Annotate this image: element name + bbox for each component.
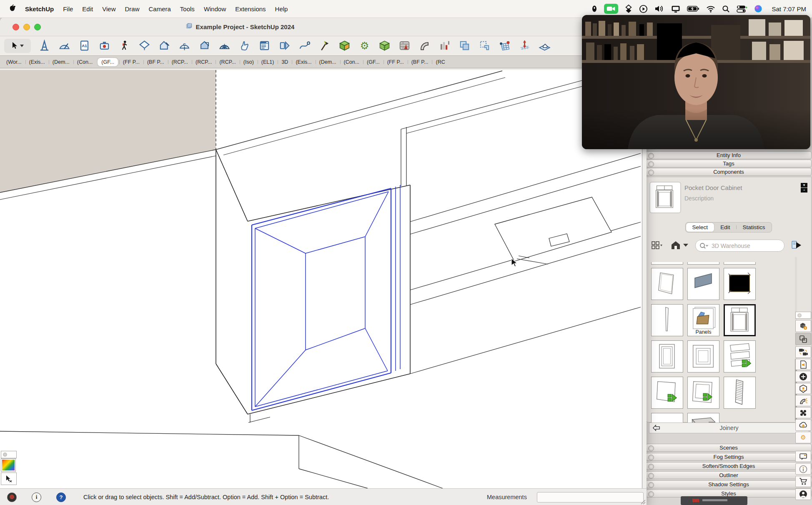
strip-chat-icon[interactable] — [795, 451, 811, 462]
layout-document-tool[interactable]: A1 — [78, 39, 91, 52]
menu-camera[interactable]: Camera — [144, 5, 175, 12]
component-description-placeholder[interactable]: Description — [684, 195, 714, 202]
scene-tab[interactable]: (RC — [432, 58, 449, 66]
scene-tab[interactable]: (FF P... — [383, 58, 408, 66]
arc-segment-tool[interactable] — [418, 39, 431, 52]
spotlight-search-icon[interactable] — [722, 5, 730, 13]
volume-menu-icon[interactable] — [654, 5, 664, 13]
component-item[interactable] — [687, 413, 719, 422]
component-item-clipped[interactable] — [651, 262, 683, 265]
menu-sketchup[interactable]: SketchUp — [20, 5, 58, 12]
help-icon[interactable]: ? — [56, 492, 66, 502]
strip-profile-icon[interactable] — [795, 488, 811, 500]
tray-scenes[interactable]: Scenes — [646, 444, 812, 452]
scene-tab[interactable]: (Wor... — [3, 58, 25, 66]
component-item[interactable] — [687, 268, 719, 300]
component-item[interactable] — [724, 377, 756, 409]
scene-tab[interactable]: (Exis... — [292, 58, 315, 66]
open-box-tool[interactable] — [338, 39, 351, 52]
tray-tags[interactable]: Tags — [646, 160, 812, 168]
scene-tab[interactable]: (Dem... — [49, 58, 73, 66]
scene-tab[interactable]: 3D — [278, 58, 292, 66]
component-item[interactable] — [651, 340, 683, 372]
color-swatch-palette[interactable] — [1, 458, 16, 472]
strip-cloud-upload-icon[interactable] — [795, 419, 811, 431]
battery-menu-icon[interactable] — [687, 5, 699, 12]
scene-tab[interactable]: (FF P... — [119, 58, 143, 66]
home-collection-icon[interactable] — [670, 240, 689, 250]
axe-tool[interactable] — [318, 39, 331, 52]
select-cursor-palette[interactable] — [1, 472, 17, 485]
tray-components[interactable]: Components — [646, 168, 812, 176]
path-pencil-tool[interactable] — [298, 39, 311, 52]
screen-recording-camera-icon[interactable] — [604, 4, 618, 14]
component-item[interactable] — [651, 268, 683, 300]
component-item-dynamic[interactable] — [651, 377, 683, 409]
display-menu-icon[interactable] — [671, 5, 680, 13]
paste-in-place-tool[interactable] — [478, 39, 491, 52]
camera-position-tool[interactable] — [98, 39, 111, 52]
scene-tab[interactable]: (RCP... — [216, 58, 239, 66]
component-item-selected[interactable] — [724, 304, 756, 336]
measurements-input[interactable] — [537, 492, 644, 502]
tab-statistics[interactable]: Statistics — [736, 223, 771, 232]
protractor-tool[interactable] — [58, 39, 71, 52]
scene-tab[interactable]: (RCP... — [168, 58, 192, 66]
dimension-tool[interactable] — [38, 39, 51, 52]
siri-icon[interactable] — [754, 5, 762, 13]
record-status-icon[interactable] — [591, 5, 597, 13]
tray-shadow-settings[interactable]: Shadow Settings — [646, 480, 812, 488]
house-on-plane-tool[interactable] — [538, 39, 551, 52]
tray-fog-settings[interactable]: Fog Settings — [646, 453, 812, 461]
collection-back-icon[interactable] — [652, 424, 661, 432]
menu-draw[interactable]: Draw — [120, 5, 144, 12]
tray-outliner[interactable]: Outliner — [646, 471, 812, 479]
scene-tab[interactable]: (BF P... — [143, 58, 168, 66]
collapsed-tray-tab[interactable] — [795, 312, 811, 319]
title-bar[interactable]: Example Project - SketchUp 2024 — [0, 18, 647, 36]
navigate-forward-icon[interactable] — [791, 240, 802, 250]
scene-tab-active[interactable]: (GF... — [98, 58, 118, 66]
menu-view[interactable]: View — [98, 5, 120, 12]
scene-tab[interactable]: (BF P... — [408, 58, 432, 66]
strip-cart-icon[interactable] — [795, 476, 811, 487]
house-edit-tool[interactable] — [158, 39, 171, 52]
geolocation-status-icon[interactable] — [7, 492, 17, 502]
tray-soften-edges[interactable]: Soften/Smooth Edges — [646, 462, 812, 470]
menu-window[interactable]: Window — [199, 5, 231, 12]
scene-tab[interactable]: (EL1) — [258, 58, 278, 66]
scale-updown-tool[interactable] — [518, 39, 531, 52]
menu-edit[interactable]: Edit — [78, 5, 98, 12]
component-item[interactable] — [687, 340, 719, 372]
move-grid-tool[interactable] — [498, 39, 511, 52]
scene-tab[interactable]: (Con... — [73, 58, 97, 66]
geodome-tool[interactable] — [218, 39, 231, 52]
dotted-cube-tool[interactable] — [378, 39, 391, 52]
component-item[interactable] — [651, 304, 683, 336]
tray-entity-info[interactable]: Entity Info — [646, 151, 812, 159]
collapsed-palette[interactable] — [1, 451, 17, 458]
strip-info-icon[interactable] — [795, 463, 811, 475]
report-tool[interactable] — [258, 39, 271, 52]
section-plane-tool[interactable] — [138, 39, 151, 52]
component-inmodel-button[interactable]: ▼+ — [801, 183, 807, 192]
control-center-icon[interactable] — [737, 5, 747, 13]
strip-components-icon[interactable] — [795, 320, 811, 332]
menu-help[interactable]: Help — [271, 5, 293, 12]
strip-add-icon[interactable] — [795, 371, 811, 382]
texture-brick-tool[interactable] — [398, 39, 411, 52]
model-viewport[interactable] — [0, 70, 642, 488]
scene-tab[interactable]: (GF... — [363, 58, 383, 66]
window-resize-grip[interactable] — [640, 499, 646, 505]
tab-edit[interactable]: Edit — [714, 223, 736, 232]
chart-bars-tool[interactable] — [438, 39, 451, 52]
component-item[interactable] — [724, 268, 756, 300]
scene-tab[interactable]: (Dem... — [316, 58, 340, 66]
component-item-dynamic[interactable] — [687, 377, 719, 409]
strip-link-icon[interactable] — [795, 333, 811, 345]
strip-video-sync-icon[interactable] — [795, 346, 811, 358]
walk-tool[interactable] — [118, 39, 131, 52]
green-gear-tool[interactable]: ⚙ — [358, 39, 371, 52]
component-item-clipped[interactable] — [724, 262, 756, 265]
select-tool[interactable] — [4, 39, 31, 53]
